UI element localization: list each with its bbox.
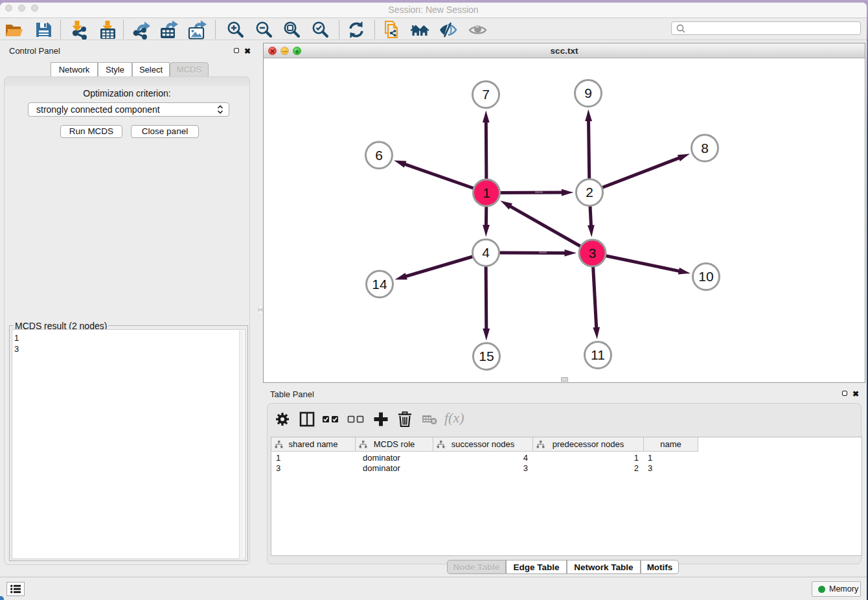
svg-text:9: 9 — [584, 86, 592, 100]
svg-text:14: 14 — [372, 277, 387, 292]
svg-text:3: 3 — [589, 246, 597, 260]
svg-text:8: 8 — [701, 141, 709, 156]
svg-text:15: 15 — [479, 349, 494, 363]
svg-text:1: 1 — [483, 185, 490, 200]
svg-text:10: 10 — [698, 269, 713, 284]
svg-text:6: 6 — [375, 148, 383, 163]
svg-text:4: 4 — [482, 245, 490, 260]
svg-text:2: 2 — [586, 185, 593, 200]
svg-text:7: 7 — [482, 87, 490, 102]
svg-text:11: 11 — [591, 347, 605, 362]
